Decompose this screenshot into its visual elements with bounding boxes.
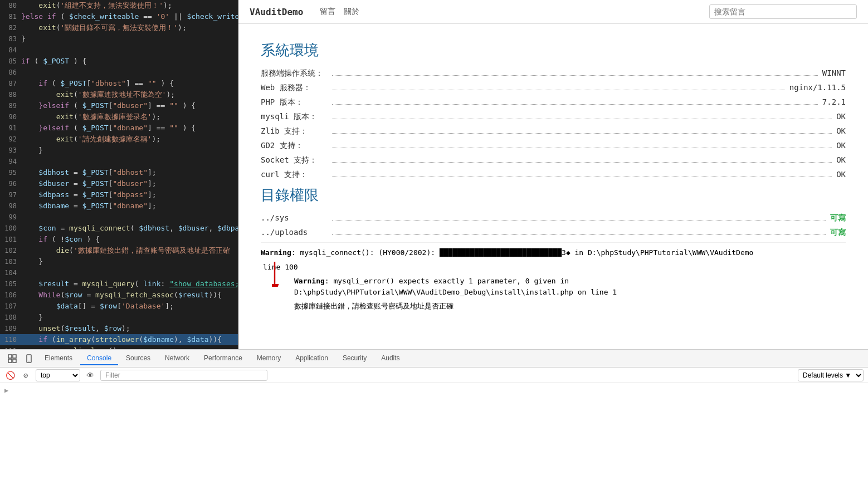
line-content: $dbhost = $_POST["dbhost"];	[21, 167, 157, 178]
console-chevron-icon[interactable]: ▶	[4, 386, 8, 394]
line-number: 98	[0, 200, 21, 212]
devtools-inspect-button[interactable]	[4, 351, 20, 366]
warning-text-1: : mysqli_connect(): (HY000/2002): ██████…	[291, 248, 754, 257]
line-content: if ( $_POST ) {	[21, 56, 86, 67]
line-content: mysqli_close();	[21, 345, 121, 349]
warning-arrow-container: Warning: mysqli_error() expects exactly …	[261, 276, 846, 312]
line-content: exit('請先創建數據庫名稱');	[21, 134, 160, 145]
nav-bar: VAuditDemo 留言 關於	[238, 0, 868, 24]
tab-performance[interactable]: Performance	[197, 352, 249, 365]
line-number: 92	[0, 134, 21, 145]
line-number: 90	[0, 111, 21, 123]
warning-line-1: Warning: mysqli_connect(): (HY000/2002):…	[261, 247, 846, 258]
info-row: 服務端操作系統： WINNT	[261, 68, 846, 79]
browser-content: 系統環境 服務端操作系統： WINNT Web 服務器： nginx/1.11.…	[238, 24, 868, 349]
line-number: 96	[0, 178, 21, 189]
code-line: 104	[0, 267, 238, 278]
svg-rect-4	[8, 359, 12, 363]
info-dots	[332, 177, 832, 177]
info-value: OK	[836, 141, 846, 150]
line-number: 83	[0, 33, 21, 45]
nav-link-about[interactable]: 關於	[344, 7, 359, 17]
line-number: 91	[0, 123, 21, 134]
code-line: 99	[0, 212, 238, 223]
info-value: OK	[836, 126, 846, 135]
info-value: nginx/1.11.5	[789, 83, 846, 92]
info-row: mysqli 版本： OK	[261, 112, 846, 122]
main-area: 80 exit('組建不支持，無法安裝使用！'); 81 }else if ( …	[0, 0, 868, 349]
console-clear-icon[interactable]: 🚫	[4, 370, 16, 381]
filter-input[interactable]	[100, 370, 267, 381]
code-line: 106 While($row = mysqli_fetch_assoc($res…	[0, 290, 238, 301]
code-line: 82 exit('關鍵目錄不可寫，無法安裝使用！');	[0, 22, 238, 33]
code-line: 97 $dbpass = $_POST["dbpass"];	[0, 189, 238, 200]
line-content: While($row = mysqli_fetch_assoc($result)…	[21, 290, 222, 301]
info-dots	[332, 90, 785, 90]
line-number: 111	[0, 345, 21, 349]
tab-audits[interactable]: Audits	[374, 352, 406, 365]
info-label: Socket 支持：	[261, 155, 328, 165]
eye-icon[interactable]: 👁	[85, 370, 96, 381]
line-content: exit('數據庫數據庫登录名');	[21, 111, 160, 123]
code-lines: 80 exit('組建不支持，無法安裝使用！'); 81 }else if ( …	[0, 0, 238, 349]
code-line: 95 $dbhost = $_POST["dbhost"];	[0, 167, 238, 178]
code-line: 80 exit('組建不支持，無法安裝使用！');	[0, 0, 238, 11]
devtools-mobile-button[interactable]	[21, 351, 37, 366]
tab-sources[interactable]: Sources	[119, 352, 157, 365]
info-label: PHP 版本：	[261, 97, 328, 107]
info-label: mysqli 版本：	[261, 112, 328, 122]
code-line: 96 $dbuser = $_POST["dbuser"];	[0, 178, 238, 189]
info-label: Web 服務器：	[261, 83, 328, 93]
tab-network[interactable]: Network	[158, 352, 196, 365]
warning-db-error: 數據庫鏈接出錯，請检查账号密碼及地址是否正確	[294, 302, 453, 310]
line-number: 88	[0, 89, 21, 100]
line-content: }else if ( $check_writeable == '0' || $c…	[21, 11, 238, 22]
line-number: 95	[0, 167, 21, 178]
line-number: 102	[0, 245, 21, 256]
line-number: 109	[0, 323, 21, 334]
line-number: 100	[0, 223, 21, 234]
line-content: }	[21, 145, 43, 156]
info-row: Socket 支持： OK	[261, 155, 846, 165]
info-label: curl 支持：	[261, 170, 328, 180]
tab-elements[interactable]: Elements	[38, 352, 79, 365]
line-number: 84	[0, 45, 21, 56]
info-row: Zlib 支持： OK	[261, 126, 846, 136]
code-line: 101 if ( !$con ) {	[0, 234, 238, 245]
line-content: if ( $_POST["dbhost"] == "" ) {	[21, 78, 174, 89]
line-number: 108	[0, 312, 21, 323]
tab-memory[interactable]: Memory	[250, 352, 287, 365]
line-number: 93	[0, 145, 21, 156]
info-value: OK	[836, 170, 846, 179]
nav-link-liuyan[interactable]: 留言	[320, 7, 335, 17]
code-line: 100 $con = mysqli_connect( $dbhost, $dbu…	[0, 223, 238, 234]
info-row: ../uploads 可寫	[261, 228, 846, 238]
line-content: exit('關鍵目錄不可寫，無法安裝使用！');	[21, 22, 187, 33]
tab-application[interactable]: Application	[289, 352, 335, 365]
tab-security[interactable]: Security	[336, 352, 373, 365]
code-line: 81 }else if ( $check_writeable == '0' ||…	[0, 11, 238, 22]
code-line: 90 exit('數據庫數據庫登录名');	[0, 111, 238, 123]
line-content: }elseif ( $_POST["dbuser"] == "" ) {	[21, 100, 196, 111]
levels-select[interactable]: Default levels ▼	[798, 369, 864, 381]
nav-links: 留言 關於	[320, 7, 359, 17]
info-row: Web 服務器： nginx/1.11.5	[261, 83, 846, 93]
info-row: curl 支持： OK	[261, 170, 846, 180]
code-line: 84	[0, 45, 238, 56]
code-line: 109 unset($result, $row);	[0, 323, 238, 334]
info-dots	[332, 162, 832, 163]
search-input[interactable]	[709, 4, 857, 19]
svg-rect-2	[8, 355, 12, 358]
info-row: GD2 支持： OK	[261, 141, 846, 151]
context-select[interactable]: top	[36, 369, 80, 381]
line-number: 80	[0, 0, 21, 11]
tab-console[interactable]: Console	[80, 352, 118, 365]
code-line: 88 exit('數據庫連接地址不能為空');	[0, 89, 238, 100]
line-number: 97	[0, 189, 21, 200]
section-title-dir: 目錄權限	[261, 185, 846, 205]
line-number: 82	[0, 22, 21, 33]
console-filter-icon[interactable]: ⊘	[20, 370, 31, 381]
line-number: 110	[0, 334, 21, 345]
info-row: ../sys 可寫	[261, 213, 846, 223]
line-content: unset($result, $row);	[21, 323, 130, 334]
